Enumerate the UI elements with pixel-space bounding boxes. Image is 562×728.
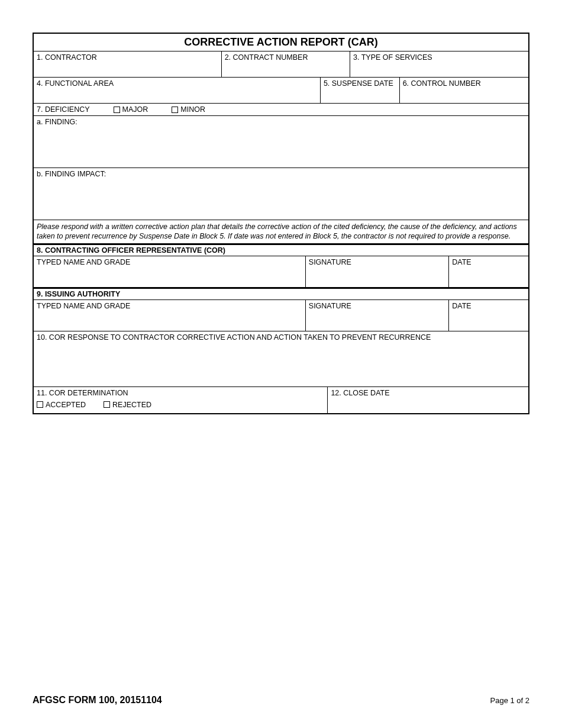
checkbox-rejected[interactable]: REJECTED xyxy=(104,401,151,409)
field-cor-date[interactable]: DATE xyxy=(449,256,528,287)
row-issuing-sig: TYPED NAME AND GRADE SIGNATURE DATE xyxy=(34,300,528,331)
field-cor-typed-name[interactable]: TYPED NAME AND GRADE xyxy=(34,256,306,287)
label-rejected: REJECTED xyxy=(112,401,151,409)
field-finding[interactable]: a. FINDING: xyxy=(34,116,528,168)
form-title: CORRECTIVE ACTION REPORT (CAR) xyxy=(34,34,528,51)
label-major: MAJOR xyxy=(122,105,148,114)
field-cor-signature[interactable]: SIGNATURE xyxy=(306,256,449,287)
label-cor-typed: TYPED NAME AND GRADE xyxy=(37,258,130,266)
label-issuing-signature: SIGNATURE xyxy=(309,302,351,310)
field-suspense-date[interactable]: 5. SUSPENSE DATE xyxy=(321,78,400,104)
checkbox-minor[interactable]: MINOR xyxy=(172,105,205,114)
row-1-3: 1. CONTRACTOR 2. CONTRACT NUMBER 3. TYPE… xyxy=(34,51,528,78)
label-issuing-date: DATE xyxy=(452,302,471,310)
checkbox-major-box xyxy=(114,107,120,113)
field-functional-area[interactable]: 4. FUNCTIONAL AREA xyxy=(34,78,321,104)
field-contractor[interactable]: 1. CONTRACTOR xyxy=(34,51,222,78)
row-11-12: 11. COR DETERMINATION ACCEPTED REJECTED … xyxy=(34,387,528,413)
label-contractor: 1. CONTRACTOR xyxy=(37,53,97,62)
checkbox-rejected-box xyxy=(104,401,110,408)
label-control-number: 6. CONTROL NUMBER xyxy=(403,79,481,88)
checkbox-accepted[interactable]: ACCEPTED xyxy=(37,401,86,409)
field-type-services[interactable]: 3. TYPE OF SERVICES xyxy=(350,51,528,78)
label-contract-number: 2. CONTRACT NUMBER xyxy=(225,53,308,62)
label-deficiency: 7. DEFICIENCY xyxy=(37,105,90,114)
field-control-number[interactable]: 6. CONTROL NUMBER xyxy=(400,78,528,104)
label-cor-date: DATE xyxy=(452,258,471,266)
label-cor-signature: SIGNATURE xyxy=(309,258,351,266)
row-4-6: 4. FUNCTIONAL AREA 5. SUSPENSE DATE 6. C… xyxy=(34,78,528,104)
field-issuing-typed-name[interactable]: TYPED NAME AND GRADE xyxy=(34,300,306,331)
field-close-date[interactable]: 12. CLOSE DATE xyxy=(328,387,528,413)
instruction-text: Please respond with a written corrective… xyxy=(34,220,528,244)
checkbox-minor-box xyxy=(172,107,178,113)
checkbox-major[interactable]: MAJOR xyxy=(114,105,148,114)
label-suspense-date: 5. SUSPENSE DATE xyxy=(324,79,393,88)
label-minor: MINOR xyxy=(180,105,205,114)
row-cor-sig: TYPED NAME AND GRADE SIGNATURE DATE xyxy=(34,256,528,288)
label-finding-impact: b. FINDING IMPACT: xyxy=(37,170,106,178)
section-9-header: 9. ISSUING AUTHORITY xyxy=(34,288,528,300)
determination-checks: ACCEPTED REJECTED xyxy=(37,401,324,409)
form-identifier: AFGSC FORM 100, 20151104 xyxy=(33,695,162,706)
page-number: Page 1 of 2 xyxy=(490,696,530,705)
field-contract-number[interactable]: 2. CONTRACT NUMBER xyxy=(222,51,350,78)
page-footer: AFGSC FORM 100, 20151104 Page 1 of 2 xyxy=(33,695,529,706)
label-accepted: ACCEPTED xyxy=(46,401,86,409)
label-cor-response: 10. COR RESPONSE TO CONTRACTOR CORRECTIV… xyxy=(37,333,431,342)
row-deficiency: 7. DEFICIENCY MAJOR MINOR xyxy=(34,104,528,116)
field-cor-response[interactable]: 10. COR RESPONSE TO CONTRACTOR CORRECTIV… xyxy=(34,331,528,387)
field-finding-impact[interactable]: b. FINDING IMPACT: xyxy=(34,168,528,220)
checkbox-accepted-box xyxy=(37,401,43,408)
field-issuing-signature[interactable]: SIGNATURE xyxy=(306,300,449,331)
label-close-date: 12. CLOSE DATE xyxy=(331,389,389,397)
label-finding: a. FINDING: xyxy=(37,118,77,126)
field-issuing-date[interactable]: DATE xyxy=(449,300,528,331)
label-cor-determination: 11. COR DETERMINATION xyxy=(37,389,128,397)
label-issuing-typed: TYPED NAME AND GRADE xyxy=(37,302,130,310)
label-type-services: 3. TYPE OF SERVICES xyxy=(353,53,432,62)
label-functional-area: 4. FUNCTIONAL AREA xyxy=(37,79,114,88)
field-cor-determination: 11. COR DETERMINATION ACCEPTED REJECTED xyxy=(34,387,328,413)
car-form: CORRECTIVE ACTION REPORT (CAR) 1. CONTRA… xyxy=(33,33,529,414)
section-8-header: 8. CONTRACTING OFFICER REPRESENTATIVE (C… xyxy=(34,244,528,256)
